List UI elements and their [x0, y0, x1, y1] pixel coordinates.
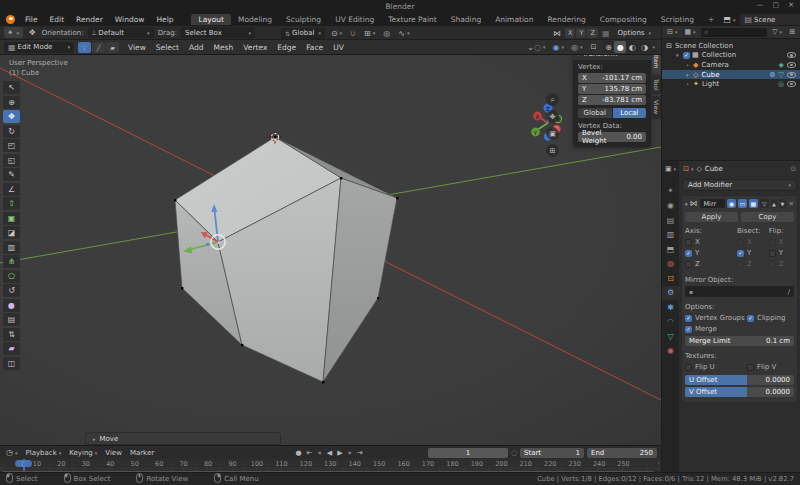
properties-tab-output[interactable]: ▤ [662, 213, 679, 228]
expander-icon[interactable]: ▾ [676, 52, 683, 58]
loop-cut-tool[interactable]: ▥ [3, 241, 20, 254]
measure-tool[interactable]: ∠ [3, 183, 20, 196]
local-button[interactable]: Local [613, 108, 647, 118]
edge-select-button[interactable]: ╱ [92, 42, 105, 53]
workspace-tab-shading[interactable]: Shading [444, 14, 488, 25]
shading-material-button[interactable]: ◐ [626, 41, 638, 53]
menu-edit[interactable]: Edit [44, 14, 71, 25]
collection-checkbox[interactable]: ✓ [683, 52, 690, 59]
outliner-row-collection[interactable]: ▾✓▦Collection [662, 51, 800, 61]
global-button[interactable]: Global [578, 108, 612, 118]
workspace-tab-rendering[interactable]: Rendering [540, 14, 592, 25]
shear-tool[interactable]: ▰ [3, 342, 20, 355]
mirror-flip-z-checkbox[interactable]: Z [769, 260, 794, 268]
options-dropdown[interactable]: Options▾ [613, 28, 655, 39]
menu-window[interactable]: Window [109, 14, 151, 25]
poly-build-tool[interactable]: ⬠ [3, 270, 20, 283]
modifier-delete-icon[interactable]: ✕ [789, 200, 794, 208]
properties-tab-object[interactable]: ⊡ [662, 271, 679, 286]
modifier-move-down-button[interactable]: ▼ [779, 199, 785, 208]
visibility-eye-icon[interactable] [787, 62, 796, 68]
bevel-tool[interactable]: ◪ [3, 226, 20, 239]
flip-v-checkbox[interactable]: Flip V [747, 363, 776, 371]
properties-tab-tool[interactable]: ⌖ [662, 184, 679, 199]
visibility-eye-icon[interactable] [787, 52, 796, 58]
bevel-weight-field[interactable]: Bevel Weight 0.00 [578, 132, 646, 142]
mirror-x-toggle[interactable]: X [565, 28, 575, 38]
scale-tool[interactable]: ◰ [3, 139, 20, 152]
outliner-row-cube[interactable]: ▾◇Cube⚙▽ [662, 70, 800, 80]
transform-tool[interactable]: ◱ [3, 154, 20, 167]
vertex-z-field[interactable]: Z-83.781 cm [578, 95, 646, 105]
move-tool[interactable]: ✥ [3, 110, 20, 123]
gizmos-dropdown[interactable]: ◉▾ [550, 43, 566, 52]
rip-region-tool[interactable]: ◫ [3, 357, 20, 370]
start-frame-field[interactable]: Start1 [520, 448, 584, 458]
new-collection-button[interactable]: ⊞ [787, 28, 797, 36]
properties-tab-view-layer[interactable]: ▥ [662, 228, 679, 243]
properties-tab-physics[interactable]: ◠ [662, 315, 679, 330]
inset-faces-tool[interactable]: ▣ [3, 212, 20, 225]
sidebar-tab-view[interactable]: View [652, 96, 661, 118]
mode-dropdown[interactable]: ▦ Edit Mode ▾ [4, 42, 74, 53]
menu-help[interactable]: Help [150, 14, 179, 25]
play-reverse-button[interactable]: ◀ [324, 449, 334, 457]
timeline-menu-marker[interactable]: Marker [126, 448, 158, 458]
outliner-display-mode-dropdown[interactable]: ⊟▾ [665, 28, 679, 36]
shrink-fatten-tool[interactable]: ⇅ [3, 328, 20, 341]
viewport-menu-edge[interactable]: Edge [272, 42, 301, 53]
pivot-point-dropdown[interactable]: ⊙▾ [329, 29, 344, 38]
copy-button[interactable]: Copy [741, 212, 794, 222]
cursor-tool[interactable]: ⊕ [3, 96, 20, 109]
visibility-eye-icon[interactable] [787, 81, 796, 87]
eyedropper-icon[interactable]: ∕ [788, 288, 790, 296]
transform-orientation-dropdown[interactable]: ⇅ Global ▾ [281, 28, 325, 39]
active-tool-button[interactable]: ⌖▾ [4, 27, 23, 38]
mirror-z-toggle[interactable]: Z [587, 28, 597, 38]
jump-end-button[interactable]: ⇥ [354, 449, 365, 457]
add-modifier-dropdown[interactable]: Add Modifier ▾ [682, 179, 797, 191]
proportional-falloff-dropdown[interactable]: ∿▾ [396, 29, 411, 38]
timeline-scroll-arrow[interactable]: ‹ [658, 459, 660, 466]
pan-button[interactable]: ✥ [546, 110, 559, 123]
snap-base-icon[interactable]: ▦ [600, 29, 612, 38]
mirror-axis-y-checkbox[interactable]: ✓Y [685, 249, 737, 257]
modifier-editmode-toggle[interactable]: ▦ [749, 199, 758, 208]
merge-checkbox[interactable]: ✓Merge [685, 325, 794, 333]
auto-key-button[interactable]: ● [293, 449, 304, 457]
timeline-menu-keying[interactable]: Keying▾ [65, 448, 101, 458]
end-frame-field[interactable]: End250 [587, 448, 657, 458]
edge-slide-tool[interactable]: ▤ [3, 313, 20, 326]
perspective-toggle-button[interactable]: ⊞ [546, 144, 559, 157]
face-select-button[interactable]: ▰ [106, 42, 119, 53]
menu-render[interactable]: Render [70, 14, 109, 25]
overlays-dropdown[interactable]: ◎▾ [569, 43, 585, 52]
blender-logo-icon[interactable] [6, 15, 15, 24]
mirror-y-toggle[interactable]: Y [576, 28, 586, 38]
outliner-filter-dropdown[interactable]: ▦▾ [682, 28, 697, 36]
properties-tab-material[interactable]: ◉ [662, 344, 679, 359]
outliner-row-light[interactable]: •✦Light◎ [662, 79, 800, 89]
expander-icon[interactable]: • [686, 62, 693, 68]
viewport-menu-add[interactable]: Add [184, 42, 209, 53]
viewport-menu-view[interactable]: View [123, 42, 151, 53]
object-icon[interactable]: ⊡▾ [683, 165, 693, 173]
clipping-checkbox[interactable]: ✓Clipping [747, 314, 786, 322]
smooth-tool[interactable]: ● [3, 299, 20, 312]
snap-dropdown[interactable]: ⊞▾ [362, 29, 377, 38]
workspace-tab-scripting[interactable]: Scripting [654, 14, 701, 25]
scene-icon[interactable]: ⬒▾ [721, 15, 737, 24]
properties-editor-type-dropdown[interactable]: ▣▾ [662, 161, 679, 176]
playhead-line[interactable] [23, 459, 25, 471]
workspace-tab-compositing[interactable]: Compositing [593, 14, 654, 25]
rotate-tool[interactable]: ↻ [3, 125, 20, 138]
scene-selector[interactable]: ▤ Scene ✕ [740, 14, 800, 25]
close-button[interactable]: ✕ [788, 1, 794, 9]
expander-icon[interactable]: • [686, 81, 693, 87]
vertex-x-field[interactable]: X-101.17 cm [578, 73, 646, 83]
outliner-search-input[interactable]: ⌕ [701, 28, 768, 37]
mirror-axis-z-checkbox[interactable]: Z [685, 260, 737, 268]
play-button[interactable]: ▶ [335, 449, 345, 457]
snap-magnet-icon[interactable]: ∪ [348, 29, 358, 38]
vertex-y-field[interactable]: Y135.78 cm [578, 84, 646, 94]
